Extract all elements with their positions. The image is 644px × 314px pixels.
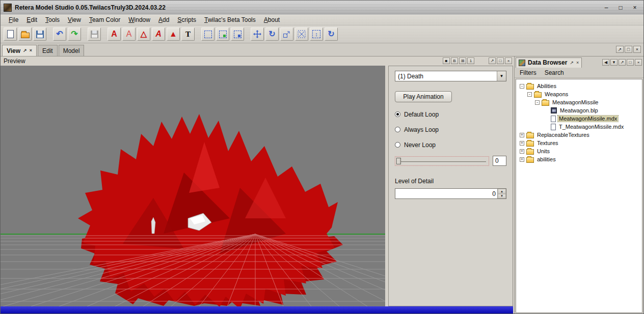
- open-folder-icon: [21, 33, 30, 38]
- undo-button[interactable]: ↶: [53, 27, 66, 41]
- tab-scroll-left-button[interactable]: ◀: [602, 59, 609, 66]
- tree-item-units[interactable]: + Units: [516, 147, 642, 155]
- triangle-outline-button[interactable]: △: [137, 27, 150, 41]
- data-browser-float-icon[interactable]: ↗: [570, 61, 574, 65]
- data-browser-panel: Data Browser ↗ × ◀ ▼ ↗ □ × Filters Searc…: [514, 56, 643, 314]
- vertex-paint-button[interactable]: A: [152, 27, 165, 41]
- expand-toggle[interactable]: +: [520, 149, 524, 154]
- level-of-detail-spinner[interactable]: 0 ▲ ▼: [395, 188, 506, 199]
- filters-tab[interactable]: Filters: [520, 69, 536, 76]
- tree-item-abilities-lower[interactable]: + abilities: [516, 155, 642, 163]
- tree-item-abilities[interactable]: - Abilities: [516, 82, 642, 90]
- loop-option-default[interactable]: Default Loop: [395, 111, 506, 118]
- expand-toggle[interactable]: +: [520, 157, 524, 162]
- viewport-toggle-layer-button[interactable]: 1: [467, 58, 474, 64]
- dock-controls: ↗ □ ×: [616, 46, 641, 53]
- transform-tool-button[interactable]: [295, 27, 308, 41]
- select-add-button[interactable]: [216, 27, 229, 41]
- spinner-down-button[interactable]: ▼: [498, 194, 506, 199]
- image-file-icon: [551, 107, 557, 113]
- tree-item-label: Meatwagon.blp: [559, 107, 599, 113]
- app-window: Retera Model Studio 0.05.TwilacsTruly3D.…: [0, 0, 644, 314]
- panel-close-button[interactable]: ×: [505, 58, 512, 64]
- loop-option-never[interactable]: Never Loop: [395, 141, 506, 148]
- dock-close-button[interactable]: ×: [633, 46, 641, 53]
- expand-toggle[interactable]: +: [520, 141, 524, 146]
- tab-float-icon[interactable]: ↗: [23, 48, 27, 53]
- radio-default-loop[interactable]: [395, 111, 400, 117]
- vertex-outline-button[interactable]: A: [122, 27, 136, 41]
- minimize-button[interactable]: –: [601, 3, 612, 13]
- menu-scripts[interactable]: Scripts: [173, 15, 200, 24]
- viewport-toggle-bones-button[interactable]: B: [451, 58, 458, 64]
- stretch-tool-button[interactable]: ↕: [310, 27, 323, 41]
- spinner-up-button[interactable]: ▲: [498, 189, 506, 194]
- move-tool-button[interactable]: [251, 27, 264, 41]
- menu-about[interactable]: About: [260, 15, 284, 24]
- menu-window[interactable]: Window: [124, 15, 154, 24]
- save-button[interactable]: [33, 27, 46, 41]
- menu-edit[interactable]: Edit: [22, 15, 41, 24]
- tree-item-meatwagonmissile-folder[interactable]: - MeatwagonMissile: [516, 98, 642, 106]
- rotate-view-button[interactable]: ↻: [325, 27, 338, 41]
- tab-list-button[interactable]: ▼: [610, 59, 618, 66]
- tab-close-icon[interactable]: ×: [30, 48, 32, 53]
- tab-view[interactable]: View ↗ ×: [2, 45, 37, 56]
- browser-float-button[interactable]: ↗: [619, 59, 626, 66]
- menu-tools[interactable]: Tools: [41, 15, 64, 24]
- slider-thumb[interactable]: [396, 158, 401, 164]
- close-button[interactable]: ×: [629, 3, 640, 13]
- rotate-tool-button[interactable]: ↻: [265, 27, 279, 41]
- tree-item-meatwagon-blp[interactable]: Meatwagon.blp: [516, 106, 642, 115]
- animation-select[interactable]: (1) Death ▼: [395, 71, 506, 81]
- viewport-toggle-1-button[interactable]: ■: [443, 58, 450, 64]
- tree-item-weapons[interactable]: - Weapons: [516, 90, 642, 98]
- vertex-color-button[interactable]: A: [108, 27, 121, 41]
- select-box-button[interactable]: [201, 27, 214, 41]
- play-animation-button[interactable]: Play Animation: [395, 91, 452, 102]
- data-browser-title-tab[interactable]: Data Browser ↗ ×: [516, 58, 582, 68]
- browser-close-button[interactable]: ×: [635, 59, 642, 66]
- radio-always-loop[interactable]: [395, 127, 400, 132]
- maximize-button[interactable]: □: [615, 3, 626, 13]
- collapse-toggle[interactable]: -: [535, 100, 540, 105]
- expand-toggle[interactable]: +: [520, 133, 524, 137]
- dock-maximize-button[interactable]: □: [625, 46, 632, 53]
- loop-option-always[interactable]: Always Loop: [395, 126, 506, 133]
- tree-item-replaceabletextures[interactable]: + ReplaceableTextures: [516, 131, 642, 139]
- menu-team-color[interactable]: Team Color: [85, 15, 124, 24]
- lod-value[interactable]: 0: [395, 189, 497, 198]
- redo-button[interactable]: ↷: [68, 27, 81, 41]
- text-tool-button[interactable]: T: [181, 27, 195, 41]
- search-tab[interactable]: Search: [545, 69, 564, 76]
- tab-edit[interactable]: Edit: [38, 45, 58, 56]
- menu-twilacs-beta-tools[interactable]: Twilac's Beta Tools: [200, 15, 260, 24]
- radio-never-loop[interactable]: [395, 142, 400, 148]
- panel-maximize-button[interactable]: □: [497, 58, 504, 64]
- data-browser-close-icon[interactable]: ×: [576, 61, 579, 65]
- frame-slider[interactable]: [395, 156, 489, 166]
- collapse-toggle[interactable]: -: [520, 84, 524, 89]
- tab-model[interactable]: Model: [59, 45, 85, 56]
- dock-float-button[interactable]: ↗: [616, 46, 624, 53]
- panel-float-button[interactable]: ↗: [489, 58, 496, 64]
- open-button[interactable]: [18, 27, 32, 41]
- tree-item-t-meatwagonmissile-mdx[interactable]: T_MeatwagonMissile.mdx: [516, 123, 642, 131]
- browser-maximize-button[interactable]: □: [627, 59, 634, 66]
- menu-view[interactable]: View: [64, 15, 85, 24]
- tree-item-textures[interactable]: + Textures: [516, 139, 642, 147]
- data-browser-icon: [519, 60, 525, 66]
- collapse-toggle[interactable]: -: [527, 92, 532, 97]
- save-all-button[interactable]: [88, 27, 101, 41]
- combo-dropdown-icon[interactable]: ▼: [497, 71, 506, 81]
- menu-file[interactable]: File: [5, 15, 22, 24]
- viewport-3d[interactable]: [1, 66, 385, 306]
- frame-value-field[interactable]: 0: [493, 156, 506, 166]
- tree-item-meatwagonmissile-mdx[interactable]: MeatwagonMissile.mdx: [516, 115, 642, 123]
- scale-tool-button[interactable]: [280, 27, 293, 41]
- viewport-toggle-grid-button[interactable]: ⊞: [459, 58, 466, 64]
- triangle-solid-button[interactable]: ▲: [167, 27, 180, 41]
- menu-add[interactable]: Add: [154, 15, 173, 24]
- new-file-button[interactable]: [4, 27, 17, 41]
- select-remove-button[interactable]: [231, 27, 244, 41]
